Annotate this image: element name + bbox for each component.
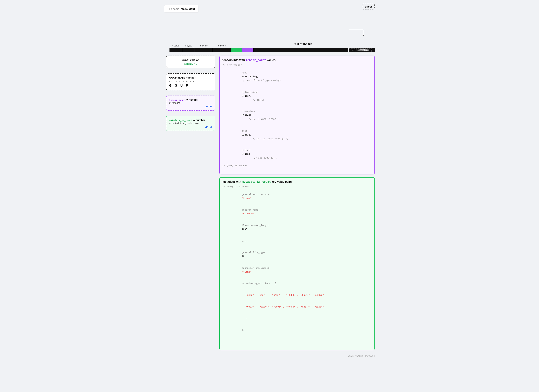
metadata-box: metadata with metadata_kv_count key-valu… xyxy=(219,177,375,350)
tensors-comment1: // n-th tensor xyxy=(222,63,372,67)
right-column: tensors info with tensor_count values //… xyxy=(219,56,375,350)
file-bar: 101101000110011110 xyxy=(164,48,375,52)
file-name-value: model.gguf xyxy=(181,7,195,10)
letter-u: U xyxy=(180,84,183,87)
metadata-count-type: UINT64 xyxy=(169,126,212,128)
byte-label-2: 4 bytes xyxy=(182,44,195,48)
metadata-kv-count-box: metadata_kv_count = number of metadata k… xyxy=(166,116,215,131)
meta-line-tok2: '<0x03>', '<0x04>', '<0x05>', '<0x06>', … xyxy=(222,301,372,312)
diagram-area: offset 4 bytes 4 bytes xyxy=(164,19,375,357)
gguf-letters: G G U F xyxy=(169,84,212,87)
letter-g1: G xyxy=(169,84,172,87)
tensors-field-offset: offset: UINT64 // ex: 43024384 ← xyxy=(222,144,372,164)
watermark: CSDN @weixin_44389704 xyxy=(164,354,375,357)
meta-line-tok1: '<unk>', '<s>', '</s>', '<0x00>', '<0x01… xyxy=(222,289,372,301)
tensor-count-type: UINT64 xyxy=(169,105,212,108)
segment-binary: 101101000110011110 xyxy=(349,48,372,52)
tensor-count-text: tensor_count = number xyxy=(169,98,212,102)
offset-box: offset xyxy=(362,4,375,9)
segment-purple xyxy=(242,48,253,52)
segment-magic xyxy=(169,48,182,52)
segment-metadata-count xyxy=(213,48,231,52)
rest-label: rest of the file xyxy=(231,43,375,48)
gguf-version-subtitle: currently = 3 xyxy=(169,62,212,65)
meta-line-name: general.name: 'LLaMA v2', xyxy=(222,204,372,219)
byte-labels-row: 4 bytes 4 bytes 8 bytes 8 bytes xyxy=(164,39,375,48)
segment-rest xyxy=(253,48,348,52)
meta-line-dots3: ... xyxy=(222,336,372,347)
tensors-info-box: tensors info with tensor_count values //… xyxy=(219,56,375,175)
tensors-field-ndim: n_dimensions: UINT32, // ex: 2 xyxy=(222,86,372,106)
meta-line-dots2: ... xyxy=(222,313,372,324)
metadata-count-text: metadata_kv_count = number xyxy=(169,119,212,122)
tensors-ellipsis: ... xyxy=(222,168,372,172)
metadata-count-subtitle: of metadata key-value pairs xyxy=(169,122,212,125)
tensors-field-type: type: UINT32, // ex: 10 (GGML_TYPE_Q2_K) xyxy=(222,125,372,144)
meta-line-filetype: general.file_type: 10, xyxy=(222,247,372,262)
segment-green xyxy=(231,48,242,52)
meta-line-ctx: llama.context_length: 4096, xyxy=(222,219,372,235)
gguf-version-box: GGUF version currently = 3 xyxy=(166,56,215,68)
byte-label-3: 8 bytes xyxy=(195,44,213,48)
meta-line-arch: general.architecture: 'llama', xyxy=(222,189,372,204)
metadata-box-title: metadata with metadata_kv_count key-valu… xyxy=(222,180,372,183)
offset-h-connector xyxy=(349,30,363,30)
tensor-count-box: tensor_count = number of tensors UINT64 xyxy=(166,95,215,111)
meta-line-tokmodel: tokenizer.ggml.model: 'llama', xyxy=(222,262,372,278)
tensors-comment2: // (n+1)-th tensor xyxy=(222,164,372,168)
letter-g2: G xyxy=(175,84,177,87)
byte-label-1: 4 bytes xyxy=(169,44,182,48)
tensors-field-dims: dimensions: UINT64[], // ex: [ 4096, 320… xyxy=(222,106,372,125)
tensors-box-title: tensors info with tensor_count values xyxy=(222,58,372,62)
gguf-magic-box: GGUF magic number 0x47 0x47 0x55 0x46 G … xyxy=(166,73,215,90)
segment-tiny xyxy=(372,48,375,52)
offset-arrow xyxy=(363,30,363,36)
segment-tensor-count xyxy=(195,48,213,52)
metadata-comment1: // example metadata xyxy=(222,185,372,189)
meta-line-bracket: ], xyxy=(222,324,372,336)
tensors-code: // n-th tensor name: GGUF string, // ex:… xyxy=(222,63,372,172)
lower-section: GGUF version currently = 3 GGUF magic nu… xyxy=(164,56,375,350)
segment-version xyxy=(182,48,195,52)
page-container: File name model.gguf offset 4 bytes xyxy=(164,5,375,357)
meta-line-toktokens: tokenizer.ggml.tokens: [ xyxy=(222,278,372,289)
left-column: GGUF version currently = 3 GGUF magic nu… xyxy=(166,56,215,350)
byte-label-4: 8 bytes xyxy=(213,44,231,48)
file-name-bar: File name model.gguf xyxy=(164,5,198,12)
tensors-field-name: name: GGUF string, // ex: blk.0.ffn_gate… xyxy=(222,67,372,86)
letter-f: F xyxy=(186,84,188,87)
tensor-count-subtitle: of tensors xyxy=(169,102,212,104)
gguf-version-title: GGUF version xyxy=(169,58,212,61)
gguf-magic-title: GGUF magic number xyxy=(169,76,212,79)
meta-line-dots1: ... , xyxy=(222,235,372,247)
file-name-label: File name xyxy=(168,7,179,10)
gguf-hex: 0x47 0x47 0x55 0x46 xyxy=(169,80,212,83)
metadata-code: // example metadata general.architecture… xyxy=(222,185,372,347)
